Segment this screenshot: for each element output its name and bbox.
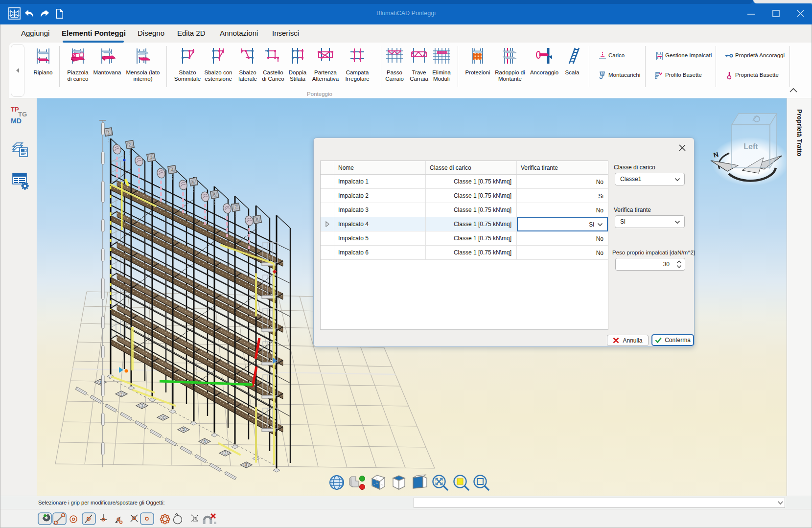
svg-text:2: 2	[120, 392, 122, 396]
svg-text:6: 6	[204, 439, 206, 443]
svg-text:1: 1	[99, 381, 101, 384]
svg-text:3: 3	[141, 404, 143, 408]
svg-text:Left: Left	[743, 142, 758, 151]
svg-text:5: 5	[183, 428, 185, 431]
svg-text:4: 4	[162, 416, 164, 419]
svg-text:8: 8	[245, 463, 247, 466]
svg-text:7: 7	[224, 451, 226, 455]
